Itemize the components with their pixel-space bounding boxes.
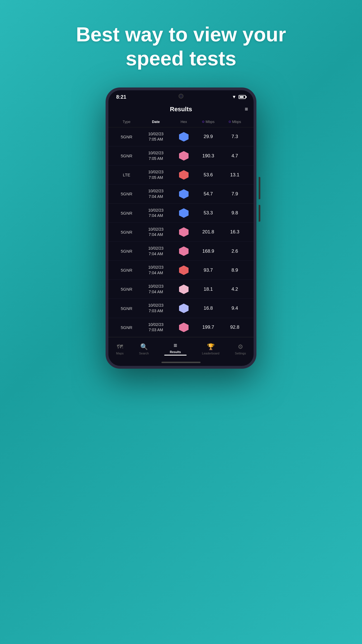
cell-type: 5GNR — [114, 268, 139, 273]
cell-date: 10/02/237:03 AM — [139, 322, 173, 333]
cell-hex — [173, 227, 195, 237]
wifi-icon: ▼ — [232, 94, 236, 100]
cell-hex — [173, 247, 195, 256]
nav-item-search[interactable]: 🔍 Search — [134, 342, 154, 356]
cell-mbps-down: 190.3 — [195, 153, 222, 159]
hex-icon — [179, 285, 189, 294]
cell-hex — [173, 323, 195, 332]
cell-mbps-down: 201.8 — [195, 229, 222, 235]
hex-icon — [179, 227, 189, 237]
hex-icon — [179, 247, 189, 256]
cell-date: 10/02/237:04 AM — [139, 188, 173, 199]
cell-hex — [173, 285, 195, 294]
nav-label-results: Results — [170, 350, 181, 354]
nav-label-leaderboard: Leaderboard — [202, 352, 219, 355]
home-bar — [161, 362, 201, 363]
status-time: 8:21 — [116, 94, 126, 100]
cell-type: 5GNR — [114, 153, 139, 158]
cell-type: 5GNR — [114, 191, 139, 196]
cell-date: 10/02/237:05 AM — [139, 169, 173, 180]
bottom-nav: 🗺 Maps 🔍 Search ≡ Results 🏆 Leaderboard … — [108, 337, 254, 360]
table-row[interactable]: 5GNR 10/02/237:05 AM 29.9 7.3 — [108, 127, 254, 146]
cell-mbps-down: 53.3 — [195, 210, 222, 216]
nav-active-indicator — [164, 355, 187, 356]
nav-item-leaderboard[interactable]: 🏆 Leaderboard — [196, 342, 225, 356]
cell-type: 5GNR — [114, 134, 139, 139]
cell-date: 10/02/237:04 AM — [139, 208, 173, 219]
cell-mbps-up: 7.3 — [222, 134, 248, 139]
cell-hex — [173, 132, 195, 141]
cell-type: 5GNR — [114, 306, 139, 311]
cell-hex — [173, 189, 195, 199]
app-title: Results — [170, 106, 192, 113]
cell-hex — [173, 170, 195, 180]
hex-icon — [179, 151, 189, 161]
cell-date: 10/02/237:05 AM — [139, 131, 173, 142]
cell-date: 10/02/237:05 AM — [139, 150, 173, 161]
table-row[interactable]: 5GNR 10/02/237:04 AM 168.9 2.6 — [108, 242, 254, 261]
nav-label-maps: Maps — [116, 352, 124, 355]
home-indicator — [108, 360, 254, 366]
cell-mbps-down: 53.6 — [195, 172, 222, 178]
arrow-up: ⊙ — [228, 120, 231, 124]
hex-icon — [179, 189, 189, 199]
hex-icon — [179, 208, 189, 218]
cell-mbps-down: 29.9 — [195, 134, 222, 139]
cell-mbps-down: 93.7 — [195, 267, 222, 273]
cell-mbps-up: 9.8 — [222, 210, 248, 216]
nav-icon-maps: 🗺 — [117, 343, 123, 351]
col-hex: Hex — [173, 120, 195, 124]
cell-type: 5GNR — [114, 211, 139, 216]
table-row[interactable]: 5GNR 10/02/237:04 AM 53.3 9.8 — [108, 204, 254, 223]
cell-mbps-up: 8.9 — [222, 267, 248, 273]
table-row[interactable]: 5GNR 10/02/237:03 AM 199.7 92.8 — [108, 318, 254, 337]
filter-button[interactable]: ≡ — [245, 106, 248, 112]
battery-icon — [239, 95, 246, 99]
cell-mbps-down: 18.1 — [195, 287, 222, 292]
table-row[interactable]: 5GNR 10/02/237:03 AM 16.8 9.4 — [108, 299, 254, 318]
power-button[interactable] — [259, 177, 260, 199]
cell-mbps-up: 13.1 — [222, 172, 248, 178]
hex-icon — [179, 170, 189, 180]
cell-date: 10/02/237:03 AM — [139, 303, 173, 314]
hero-title: Best way to view your speed tests — [55, 22, 307, 71]
nav-label-search: Search — [139, 352, 149, 355]
col-mbps-down: ⊙ Mbps — [195, 120, 222, 124]
cell-date: 10/02/237:04 AM — [139, 284, 173, 295]
nav-item-results[interactable]: ≡ Results — [159, 341, 192, 358]
volume-button[interactable] — [259, 205, 260, 222]
col-type: Type — [114, 120, 139, 124]
table-row[interactable]: 5GNR 10/02/237:04 AM 54.7 7.9 — [108, 184, 254, 203]
hex-icon — [179, 304, 189, 313]
nav-label-settings: Settings — [235, 352, 246, 355]
table-header: Type Date Hex ⊙ Mbps ⊙ Mbps — [108, 117, 254, 127]
nav-icon-leaderboard: 🏆 — [207, 343, 215, 351]
hex-icon — [179, 323, 189, 332]
cell-type: 5GNR — [114, 287, 139, 292]
cell-mbps-down: 54.7 — [195, 191, 222, 197]
table-row[interactable]: 5GNR 10/02/237:04 AM 93.7 8.9 — [108, 261, 254, 280]
cell-type: 5GNR — [114, 230, 139, 235]
cell-type: LTE — [114, 172, 139, 177]
status-icons: ▼ — [232, 94, 246, 100]
table-row[interactable]: 5GNR 10/02/237:04 AM 18.1 4.2 — [108, 280, 254, 299]
cell-mbps-down: 168.9 — [195, 248, 222, 254]
cell-hex — [173, 304, 195, 313]
hex-icon — [179, 266, 189, 275]
nav-item-settings[interactable]: ⚙ Settings — [229, 342, 252, 356]
hex-icon — [179, 132, 189, 141]
table-row[interactable]: 5GNR 10/02/237:04 AM 201.8 16.3 — [108, 223, 254, 242]
table-row[interactable]: LTE 10/02/237:05 AM 53.6 13.1 — [108, 165, 254, 184]
cell-mbps-up: 16.3 — [222, 229, 248, 235]
cell-mbps-down: 16.8 — [195, 306, 222, 311]
nav-item-maps[interactable]: 🗺 Maps — [111, 342, 129, 356]
cell-type: 5GNR — [114, 249, 139, 254]
col-mbps-up: ⊙ Mbps — [222, 120, 248, 124]
app-header: Results ≡ — [108, 102, 254, 117]
cell-mbps-up: 2.6 — [222, 248, 248, 254]
arrow-down: ⊙ — [202, 120, 204, 124]
cell-hex — [173, 208, 195, 218]
table-row[interactable]: 5GNR 10/02/237:05 AM 190.3 4.7 — [108, 146, 254, 165]
cell-hex — [173, 151, 195, 161]
status-bar: 8:21 ▼ — [108, 90, 254, 102]
